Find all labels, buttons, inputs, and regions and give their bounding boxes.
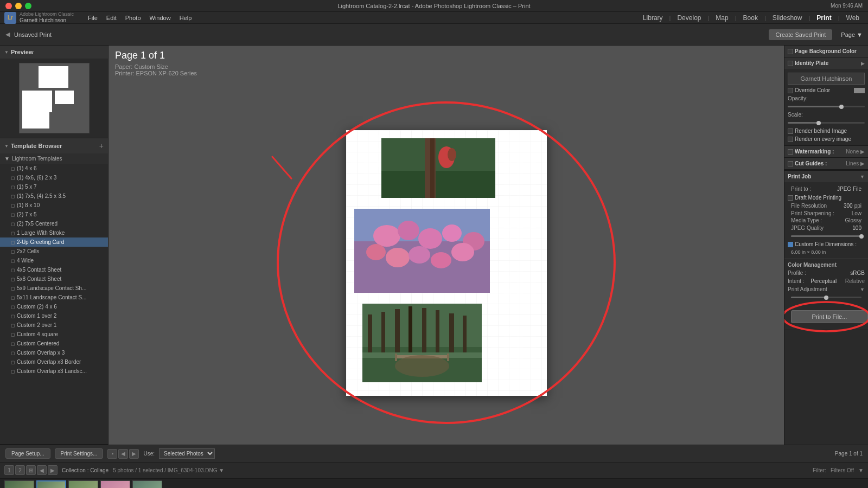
mode-btn-2[interactable]: ◀	[118, 449, 128, 459]
page-paper: Paper: Custom Size	[115, 63, 777, 70]
watermarking-checkbox[interactable]	[788, 149, 793, 155]
template-4-wide[interactable]: ◻4 Wide	[0, 256, 108, 265]
identity-plate-header[interactable]: Identity Plate ▶	[784, 57, 868, 69]
template-custom-4-square[interactable]: ◻Custom 4 square	[0, 330, 108, 339]
media-type-row: Media Type : Glossy	[788, 217, 865, 224]
template-custom-overlap-x3-landscape[interactable]: ◻Custom Overlap x3 Landsc...	[0, 367, 108, 376]
menu-window[interactable]: Window	[150, 15, 171, 21]
user-name: Garnett Hutchinson	[20, 17, 74, 23]
override-color-checkbox[interactable]: Override Color	[788, 86, 865, 94]
template-1-large-stroke[interactable]: ◻1 Large With Stroke	[0, 228, 108, 237]
preview-header[interactable]: ▼ Preview	[0, 46, 108, 59]
template-2x2-cells[interactable]: ◻2x2 Cells	[0, 247, 108, 256]
draft-mode-checkbox[interactable]: Draft Mode Printing	[788, 194, 865, 202]
mode-btn-1[interactable]: ▪	[107, 449, 117, 459]
film-thumb-2[interactable]	[36, 480, 66, 488]
menu-photo[interactable]: Photo	[125, 15, 141, 21]
print-to-file-button[interactable]: Print to File...	[791, 310, 868, 323]
filter-dropdown[interactable]: ▼	[858, 467, 864, 473]
lightroom-templates-header[interactable]: ▼ Lightroom Templates	[0, 153, 108, 164]
template-1-4x6-6-2x3[interactable]: ◻(1) 4x6, (6) 2 x 3	[0, 173, 108, 182]
template-browser-list: ▼ Lightroom Templates ◻(1) 4 x 6 ◻(1) 4x…	[0, 153, 108, 444]
template-custom-overlap-x3-border[interactable]: ◻Custom Overlap x3 Border	[0, 357, 108, 367]
template-2-7x5[interactable]: ◻(2) 7 x 5	[0, 210, 108, 219]
print-job-content: Print to : JPEG File Draft Mode Printing…	[784, 182, 868, 258]
nav-develop[interactable]: Develop	[673, 13, 705, 23]
page-bg-color-checkbox[interactable]	[788, 49, 793, 54]
photo-bird[interactable]	[381, 138, 495, 198]
film-thumb-5[interactable]	[132, 480, 162, 488]
template-2up-greeting-card[interactable]: ◻2-Up Greeting Card	[0, 237, 108, 247]
template-custom-2-4x6[interactable]: ◻Custom (2) 4 x 6	[0, 302, 108, 311]
film-thumb-3[interactable]	[68, 480, 98, 488]
photo-forest[interactable]	[362, 304, 482, 382]
print-settings-button[interactable]: Print Settings...	[55, 448, 104, 459]
template-custom-2-over-1[interactable]: ◻Custom 2 over 1	[0, 320, 108, 330]
identity-plate-text-box[interactable]: Garnett Hutchinson	[788, 73, 865, 85]
print-adjustment-row: Print Adjustment ▼	[788, 285, 865, 293]
film-thumb-1[interactable]	[4, 480, 34, 488]
fs-mode-grid[interactable]: ⊞	[26, 465, 36, 475]
svg-point-9	[398, 221, 419, 240]
override-color-swatch[interactable]	[854, 88, 865, 93]
nav-book[interactable]: Book	[739, 13, 762, 23]
print-adjustment-slider[interactable]	[788, 293, 865, 301]
template-1-8x10[interactable]: ◻(1) 8 x 10	[0, 201, 108, 210]
nav-slideshow[interactable]: Slideshow	[768, 13, 807, 23]
cut-guides-checkbox[interactable]	[788, 161, 793, 166]
print-job-header[interactable]: Print Job ▼	[784, 171, 868, 182]
template-1-5x7[interactable]: ◻(1) 5 x 7	[0, 182, 108, 191]
identity-plate-checkbox[interactable]	[788, 61, 793, 66]
template-4x5-contact[interactable]: ◻4x5 Contact Sheet	[0, 265, 108, 274]
fs-mode-1[interactable]: 1	[4, 465, 14, 475]
menu-file[interactable]: File	[88, 15, 98, 21]
photo-flowers[interactable]	[354, 209, 490, 293]
canvas-area[interactable]	[108, 81, 784, 445]
nav-web[interactable]: Web	[842, 13, 864, 23]
template-2-7x5-centered[interactable]: ◻(2) 7x5 Centered	[0, 219, 108, 228]
quality-slider[interactable]	[788, 232, 865, 240]
mode-btn-3[interactable]: ▶	[129, 449, 139, 459]
add-template-button[interactable]: +	[99, 142, 104, 150]
use-select[interactable]: Selected Photos	[159, 448, 215, 459]
fs-prev[interactable]: ◀	[37, 465, 47, 475]
profile-row: Profile : sRGB	[788, 269, 865, 277]
page-setup-button[interactable]: Page Setup...	[5, 448, 50, 459]
minimize-button[interactable]	[15, 3, 22, 9]
nav-print[interactable]: Print	[812, 13, 835, 23]
menu-help[interactable]: Help	[180, 15, 192, 21]
scale-slider[interactable]	[788, 119, 865, 127]
menu-edit[interactable]: Edit	[106, 15, 117, 21]
template-5x9-landscape[interactable]: ◻5x9 Landscape Contact Sh...	[0, 284, 108, 293]
film-thumb-4[interactable]	[100, 480, 130, 488]
template-5x11-landscape[interactable]: ◻5x11 Landscape Contact S...	[0, 293, 108, 302]
profile-value: sRGB	[850, 270, 865, 276]
opacity-slider[interactable]	[788, 102, 865, 111]
template-custom-overlap-x3[interactable]: ◻Custom Overlap x 3	[0, 348, 108, 357]
template-1-4x6[interactable]: ◻(1) 4 x 6	[0, 164, 108, 173]
close-button[interactable]	[5, 3, 12, 9]
template-5x8-contact[interactable]: ◻5x8 Contact Sheet	[0, 274, 108, 284]
template-browser-header[interactable]: ▼ Template Browser +	[0, 138, 108, 153]
page-dropdown[interactable]: Page ▼	[841, 31, 863, 38]
template-1-7x5-4-2.5x3.5[interactable]: ◻(1) 7x5, (4) 2.5 x 3.5	[0, 191, 108, 201]
template-custom-1-over-2[interactable]: ◻Custom 1 over 2	[0, 311, 108, 320]
print-to-value[interactable]: JPEG File	[837, 186, 861, 192]
nav-map[interactable]: Map	[711, 13, 732, 23]
fs-mode-2[interactable]: 2	[15, 465, 25, 475]
maximize-button[interactable]	[25, 3, 31, 9]
center-canvas: Page 1 of 1 Paper: Custom Size Printer: …	[108, 46, 784, 445]
render-on-every-checkbox[interactable]: Render on every image	[788, 135, 865, 143]
nav-library[interactable]: Library	[639, 13, 667, 23]
watermarking-header[interactable]: Watermarking : None ▶	[784, 146, 868, 157]
print-to-row: Print to : JPEG File	[788, 184, 865, 194]
svg-point-15	[409, 246, 430, 264]
render-behind-checkbox[interactable]: Render behind Image	[788, 127, 865, 135]
titlebar: Lightroom Catalog-2-2.lrcat - Adobe Phot…	[0, 0, 868, 12]
cut-guides-header[interactable]: Cut Guides : Lines ▶	[784, 158, 868, 169]
page-bg-color-header[interactable]: Page Background Color	[784, 46, 868, 57]
custom-file-dims-checkbox[interactable]: Custom File Dimensions :	[788, 240, 865, 248]
template-custom-centered[interactable]: ◻Custom Centered	[0, 339, 108, 348]
create-saved-print-button[interactable]: Create Saved Print	[769, 29, 832, 40]
fs-next[interactable]: ▶	[48, 465, 58, 475]
